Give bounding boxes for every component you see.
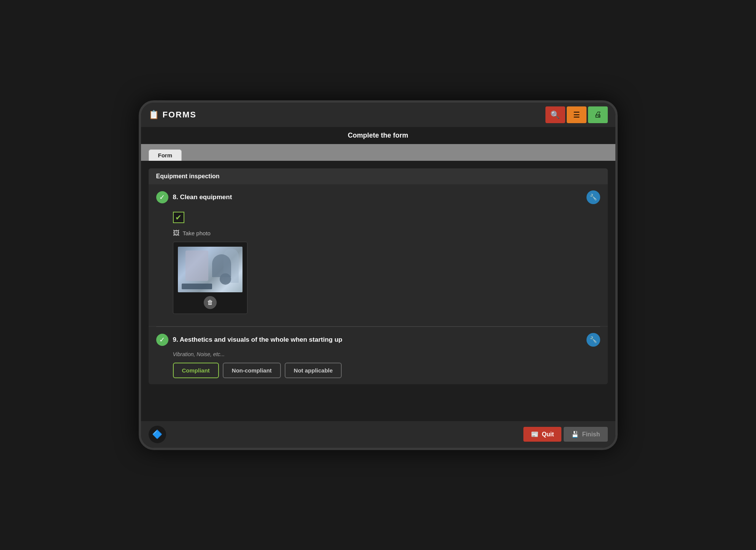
answer-buttons: Compliant Non-compliant Not applicable bbox=[156, 363, 600, 378]
question-8-block: ✓ 8. Clean equipment 🔧 ✔ bbox=[149, 184, 608, 327]
photo-icon: 🖼 bbox=[173, 229, 180, 237]
question-9-edit-button[interactable]: 🔧 bbox=[586, 333, 600, 347]
finish-button[interactable]: 💾 Finish bbox=[564, 427, 607, 442]
toolbar-buttons: 🔍 ☰ 🖨 bbox=[545, 106, 608, 123]
quit-button[interactable]: 📰 Quit bbox=[523, 427, 561, 442]
question-8-status: ✓ bbox=[156, 191, 168, 203]
form-tab-label: Form bbox=[158, 152, 173, 159]
check-icon: ✓ bbox=[159, 193, 165, 201]
top-bar-left: 📋 FORMS bbox=[149, 110, 197, 120]
section-title: Equipment inspection bbox=[156, 173, 220, 179]
save-icon: 💾 bbox=[571, 431, 579, 438]
question-9-subtitle: Vibration, Noise, etc... bbox=[156, 351, 600, 357]
wrench-icon: 🔧 bbox=[590, 193, 597, 201]
logo-icon: 🔷 bbox=[152, 430, 162, 439]
checkbox-check-icon: ✔ bbox=[175, 213, 182, 222]
print-icon: 🖨 bbox=[594, 110, 602, 119]
page-title: Complete the form bbox=[141, 127, 615, 144]
question-9-block: ✓ 9. Aesthetics and visuals of the whole… bbox=[149, 327, 608, 384]
question-8-checkbox-area: ✔ bbox=[156, 209, 600, 226]
trash-icon: 🗑 bbox=[207, 299, 213, 306]
question-9-header: ✓ 9. Aesthetics and visuals of the whole… bbox=[156, 333, 600, 347]
main-content: Equipment inspection ✓ 8. Clean equipmen… bbox=[141, 161, 615, 421]
question-9-title-row: ✓ 9. Aesthetics and visuals of the whole… bbox=[156, 334, 342, 346]
check-icon-9: ✓ bbox=[159, 336, 165, 344]
wrench-icon-9: 🔧 bbox=[590, 336, 597, 343]
compliant-label: Compliant bbox=[182, 367, 210, 374]
quit-label: Quit bbox=[542, 431, 554, 438]
app-title: FORMS bbox=[163, 110, 197, 120]
not-applicable-button[interactable]: Not applicable bbox=[285, 363, 342, 378]
top-bar: 📋 FORMS 🔍 ☰ 🖨 bbox=[141, 103, 615, 127]
non-compliant-button[interactable]: Non-compliant bbox=[223, 363, 281, 378]
question-8-header: ✓ 8. Clean equipment 🔧 bbox=[156, 190, 600, 204]
question-8-checkbox[interactable]: ✔ bbox=[173, 212, 184, 223]
photo-label: Take photo bbox=[183, 230, 211, 236]
form-tab[interactable]: Form bbox=[149, 149, 182, 161]
print-button[interactable]: 🖨 bbox=[588, 106, 608, 123]
forms-icon: 📋 bbox=[149, 110, 159, 120]
question-9-status: ✓ bbox=[156, 334, 168, 346]
photo-label-row: 🖼 Take photo bbox=[173, 229, 583, 237]
section-header: Equipment inspection bbox=[149, 168, 608, 184]
bottom-actions: 📰 Quit 💾 Finish bbox=[523, 427, 607, 442]
finish-label: Finish bbox=[582, 431, 600, 438]
question-9-title: 9. Aesthetics and visuals of the whole w… bbox=[173, 336, 342, 344]
not-applicable-label: Not applicable bbox=[294, 367, 333, 374]
quit-icon: 📰 bbox=[531, 431, 539, 438]
motor-decoration bbox=[220, 273, 231, 285]
compliant-button[interactable]: Compliant bbox=[173, 363, 219, 378]
photo-container: 🗑 bbox=[173, 242, 247, 314]
question-8-title: 8. Clean equipment bbox=[173, 193, 232, 201]
title-text: Complete the form bbox=[348, 132, 408, 139]
question-8-edit-button[interactable]: 🔧 bbox=[586, 190, 600, 204]
tab-bar: Form bbox=[141, 144, 615, 161]
search-icon: 🔍 bbox=[550, 110, 560, 119]
photo-thumbnail[interactable] bbox=[178, 247, 242, 292]
menu-icon: ☰ bbox=[573, 110, 580, 119]
delete-photo-button[interactable]: 🗑 bbox=[204, 296, 217, 309]
app-logo: 🔷 bbox=[149, 426, 166, 443]
machinery-detail bbox=[182, 284, 212, 289]
photo-section: 🖼 Take photo 🗑 bbox=[156, 226, 600, 320]
equipment-inspection-section: Equipment inspection ✓ 8. Clean equipmen… bbox=[149, 168, 608, 384]
non-compliant-label: Non-compliant bbox=[232, 367, 272, 374]
search-button[interactable]: 🔍 bbox=[545, 106, 565, 123]
question-8-title-row: ✓ 8. Clean equipment bbox=[156, 191, 232, 203]
bottom-bar: 🔷 📰 Quit 💾 Finish bbox=[141, 421, 615, 448]
menu-button[interactable]: ☰ bbox=[567, 106, 586, 123]
